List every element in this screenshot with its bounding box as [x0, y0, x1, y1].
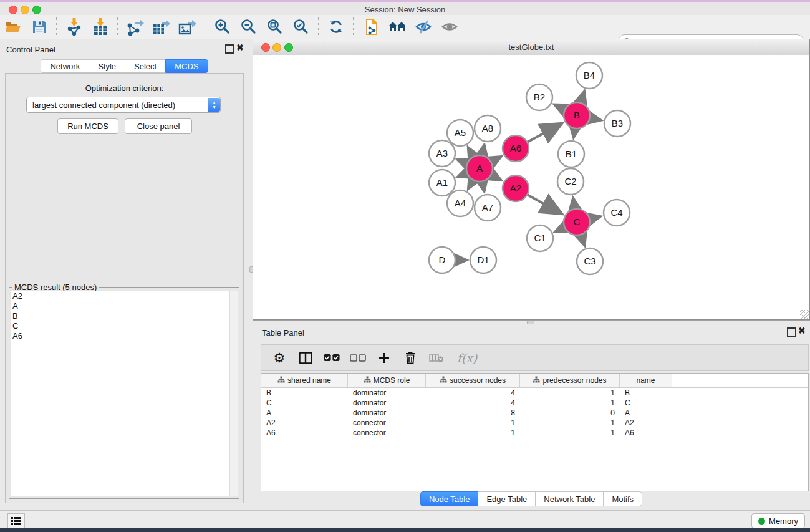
- table-cell[interactable]: A6: [261, 428, 348, 437]
- edge-A-A2[interactable]: [491, 175, 499, 180]
- run-mcds-button[interactable]: Run MCDS: [57, 118, 118, 134]
- node-A5[interactable]: A5: [447, 120, 473, 146]
- delete-table-icon[interactable]: [428, 350, 445, 366]
- result-item[interactable]: B: [12, 311, 229, 321]
- edge-A-A4[interactable]: [470, 180, 473, 187]
- table-cell[interactable]: B: [620, 389, 672, 397]
- float-panel-icon[interactable]: [225, 44, 234, 54]
- node-A1[interactable]: A1: [429, 170, 455, 196]
- import-network-icon[interactable]: [61, 16, 87, 38]
- result-item[interactable]: C: [12, 321, 229, 331]
- node-A6[interactable]: A6: [503, 135, 529, 162]
- node-B1[interactable]: B1: [558, 141, 584, 167]
- edge-B-B4[interactable]: [581, 94, 584, 102]
- edge-B-B1[interactable]: [574, 129, 575, 136]
- close-panel-icon[interactable]: ✖: [236, 44, 243, 51]
- edge-A-A6[interactable]: [491, 157, 499, 162]
- tab-network[interactable]: Network: [41, 59, 89, 73]
- column-header-MCDS-role[interactable]: MCDS role: [348, 374, 426, 387]
- table-cell[interactable]: 1: [426, 418, 520, 427]
- table-cell[interactable]: 0: [520, 409, 620, 417]
- save-session-icon[interactable]: [26, 16, 52, 38]
- table-row[interactable]: Adominator80A: [261, 408, 808, 418]
- edge-A-A3[interactable]: [460, 160, 467, 163]
- table-cell[interactable]: dominator: [348, 409, 426, 417]
- node-B4[interactable]: B4: [576, 62, 602, 89]
- zoom-out-icon[interactable]: [236, 16, 262, 38]
- table-cell[interactable]: 8: [426, 409, 520, 417]
- criterion-dropdown[interactable]: largest connected component (directed) ▲…: [26, 97, 221, 113]
- column-header-name[interactable]: name: [620, 374, 672, 387]
- edge-C-C4[interactable]: [590, 217, 598, 219]
- edge-A-A5[interactable]: [469, 149, 473, 156]
- tab-network-table[interactable]: Network Table: [535, 491, 603, 506]
- select-all-icon[interactable]: [324, 350, 340, 366]
- table-cell[interactable]: 4: [426, 399, 520, 407]
- column-header-successor-nodes[interactable]: successor nodes: [426, 374, 520, 387]
- table-cell[interactable]: 1: [520, 389, 620, 397]
- new-network-from-file-icon[interactable]: [358, 16, 384, 38]
- edge-A6-B[interactable]: [528, 124, 560, 142]
- session-home-icon[interactable]: [384, 16, 410, 38]
- edge-A-A7[interactable]: [482, 182, 483, 190]
- result-item[interactable]: A6: [12, 331, 229, 341]
- table-cell[interactable]: dominator: [348, 399, 426, 407]
- table-cell[interactable]: 1: [520, 428, 620, 437]
- node-B3[interactable]: B3: [604, 110, 630, 137]
- node-C1[interactable]: C1: [527, 225, 553, 251]
- edge-B-B2[interactable]: [556, 105, 564, 109]
- result-item[interactable]: A: [12, 301, 229, 311]
- table-row[interactable]: A6connector11A6: [261, 428, 808, 438]
- node-B2[interactable]: B2: [526, 84, 552, 110]
- tab-mcds[interactable]: MCDS: [165, 59, 208, 73]
- zoom-in-icon[interactable]: [210, 16, 236, 38]
- node-A8[interactable]: A8: [475, 115, 501, 142]
- tab-motifs[interactable]: Motifs: [603, 491, 642, 506]
- edge-A2-C[interactable]: [528, 195, 560, 213]
- table-cell[interactable]: connector: [348, 418, 426, 427]
- result-list-scrollbar[interactable]: [229, 291, 238, 496]
- node-A7[interactable]: A7: [475, 195, 501, 221]
- show-graphics-details-icon[interactable]: [436, 16, 463, 38]
- zoom-fit-icon[interactable]: [262, 16, 288, 38]
- hide-graphics-details-icon[interactable]: [410, 16, 436, 38]
- table-cell[interactable]: A2: [620, 418, 672, 427]
- table-cell[interactable]: 1: [520, 399, 620, 407]
- table-cell[interactable]: A6: [620, 428, 672, 437]
- window-resize-grip[interactable]: [800, 310, 809, 319]
- edge-C-C1[interactable]: [557, 228, 564, 231]
- mcds-result-list[interactable]: A2ABCA6: [11, 291, 229, 496]
- table-cell[interactable]: A2: [261, 418, 348, 427]
- column-header-shared-name[interactable]: shared name: [261, 374, 348, 387]
- node-D[interactable]: D: [429, 247, 455, 273]
- node-C3[interactable]: C3: [577, 248, 603, 274]
- delete-column-icon[interactable]: [402, 350, 418, 366]
- table-cell[interactable]: A: [261, 409, 348, 417]
- table-cell[interactable]: A: [620, 409, 672, 417]
- export-network-icon[interactable]: [122, 16, 148, 38]
- network-canvas[interactable]: B4B2BB3A8A5A6A3B1AC2A1A2A4A7C4CC1DD1C3: [253, 55, 809, 319]
- zoom-selected-icon[interactable]: [288, 16, 314, 38]
- table-cell[interactable]: 4: [426, 389, 520, 397]
- table-cell[interactable]: dominator: [348, 389, 426, 397]
- table-row[interactable]: Cdominator41C: [261, 398, 808, 408]
- table-cell[interactable]: 1: [426, 428, 520, 437]
- deselect-all-icon[interactable]: [350, 350, 366, 366]
- settings-gear-icon[interactable]: ⚙: [271, 350, 287, 366]
- node-A2[interactable]: A2: [503, 175, 529, 201]
- table-row[interactable]: A2connector11A2: [261, 418, 808, 428]
- memory-button[interactable]: Memory: [751, 513, 805, 528]
- table-cell[interactable]: connector: [348, 428, 426, 437]
- network-window-titlebar[interactable]: testGlobe.txt: [253, 39, 809, 56]
- tab-node-table[interactable]: Node Table: [420, 491, 478, 506]
- node-C[interactable]: C: [564, 209, 590, 235]
- export-table-icon[interactable]: [148, 16, 175, 38]
- tab-style[interactable]: Style: [89, 59, 125, 73]
- node-A4[interactable]: A4: [447, 190, 473, 216]
- show-column-icon[interactable]: [297, 350, 314, 366]
- table-cell[interactable]: 1: [520, 418, 620, 427]
- edge-C-C3[interactable]: [581, 235, 584, 244]
- node-A[interactable]: A: [466, 155, 493, 181]
- node-C4[interactable]: C4: [604, 200, 630, 226]
- table-cell[interactable]: C: [261, 399, 348, 407]
